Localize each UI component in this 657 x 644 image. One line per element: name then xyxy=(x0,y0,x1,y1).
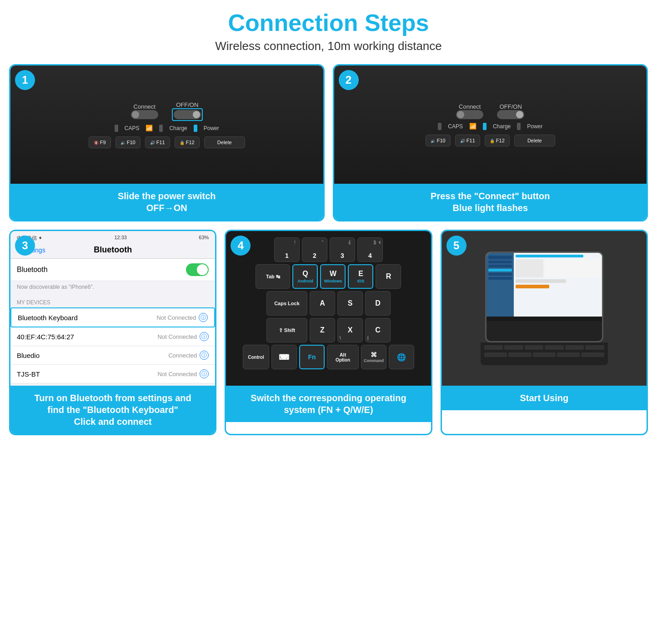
fn-key: Fn xyxy=(299,345,325,369)
step-2-number: 2 xyxy=(339,70,359,90)
step-5-caption: Start Using xyxy=(442,386,647,410)
step-1-delete-key: Delete xyxy=(204,136,245,148)
content-row-4 xyxy=(516,285,549,288)
q-sub: Android xyxy=(297,279,313,283)
step-4-keyboard-layout: ! 1 " 2 £ 3 $ 4 € xyxy=(226,231,431,386)
r-label: R xyxy=(386,272,391,281)
step-1-power-label: Power xyxy=(204,125,219,131)
w-key: W Windows xyxy=(320,264,346,289)
num-2: 2 xyxy=(313,252,316,259)
step-5-card: 5 xyxy=(441,230,648,435)
control-key: Control xyxy=(243,345,269,369)
kb-preview-key-3 xyxy=(525,345,544,350)
a-key: A xyxy=(310,291,335,316)
c-pipe: | xyxy=(367,336,369,340)
kb-preview-key-1 xyxy=(484,345,503,350)
ios-device-status-3: Not Connected ⓘ xyxy=(158,369,209,378)
sym-exclaim: ! xyxy=(294,240,296,245)
step-5-caption-text: Start Using xyxy=(520,393,568,403)
step-1-offon-label: OFF/ON xyxy=(172,101,203,108)
kb-preview-key-10 xyxy=(557,352,580,357)
page-subtitle: Wireless connection, 10m working distanc… xyxy=(9,39,648,53)
step-3-caption-line1: Turn on Bluetooth from settings and xyxy=(35,393,191,403)
num-1: 1 xyxy=(285,252,289,259)
step-1-connect-thumb xyxy=(132,111,139,118)
ios-info-btn-2[interactable]: ⓘ xyxy=(200,351,209,360)
sym-euro: € xyxy=(379,240,381,245)
ios-bluetooth-toggle-row: Bluetooth xyxy=(10,259,215,281)
tablet-keyboard-base xyxy=(481,342,608,365)
globe-key: 🌐 xyxy=(389,345,414,369)
step-1-caption-line1: Slide the power switch xyxy=(118,191,216,201)
key-1: ! 1 xyxy=(274,237,300,262)
tab-label: Tab ↹ xyxy=(266,274,280,280)
ios-toggle-thumb xyxy=(197,264,208,275)
tablet-bezel-bottom xyxy=(486,317,602,321)
ios-device-row-2[interactable]: Bluedio Connected ⓘ xyxy=(10,346,215,365)
tablet-device xyxy=(485,252,603,342)
ios-device-status-2: Connected ⓘ xyxy=(168,351,209,360)
step-1-caption-line2: OFF→ON xyxy=(146,203,187,213)
step-2-power-label: Power xyxy=(527,123,542,130)
step-1-connect-label: Connect xyxy=(131,103,158,110)
step-1-fn-row: 🔇 F9 🔉 F10 🔊 F11 🔒 F12 Delete xyxy=(89,136,245,148)
alt-label: Alt xyxy=(340,352,346,357)
ios-info-btn-1[interactable]: ⓘ xyxy=(200,332,209,341)
kb-preview-key-8 xyxy=(508,352,531,357)
num-4: 4 xyxy=(368,252,372,259)
c-key: C | xyxy=(365,318,391,342)
option-label: Option xyxy=(336,357,350,362)
tablet-screen xyxy=(486,253,602,317)
content-row-1 xyxy=(516,255,583,257)
shift-key: ⇧ Shift xyxy=(266,318,307,342)
step-1-f12-key: 🔒 F12 xyxy=(175,136,200,148)
step-2-caption-line2: Blue light flashes xyxy=(452,203,528,213)
ios-info-btn-0[interactable]: ⓘ xyxy=(199,313,208,322)
num-3: 3 xyxy=(341,252,344,259)
e-sub: IOS xyxy=(357,279,365,283)
step-4-num-row: ! 1 " 2 £ 3 $ 4 € xyxy=(231,237,426,262)
ios-device-row-bluetooth-keyboard[interactable]: Bluetooth Keyboard Not Connected ⓘ xyxy=(10,307,215,327)
tablet-setup xyxy=(481,252,608,365)
step-4-caption: Switch the corresponding operating syste… xyxy=(226,386,431,422)
w-label: W xyxy=(330,270,336,278)
ios-device-status-1: Not Connected ⓘ xyxy=(158,332,209,341)
x-label: X xyxy=(348,326,353,334)
r-key: R xyxy=(376,264,401,289)
c-label: C xyxy=(375,326,381,334)
keyboard-keys-preview xyxy=(481,342,608,352)
step-1-caps-label: CAPS xyxy=(125,125,140,131)
step-2-charge-label: Charge xyxy=(493,123,511,130)
ios-device-status-0: Not Connected ⓘ xyxy=(157,313,208,322)
step-2-caps-dot xyxy=(438,123,441,130)
step-4-caption-line2: system (FN + Q/W/E) xyxy=(284,405,373,415)
ios-battery: 63% xyxy=(199,235,209,241)
step-3-caption-line2: find the "Bluetooth Keyboard" xyxy=(47,405,178,415)
step-1-offon-thumb xyxy=(193,111,200,118)
step-1-switch-row: Connect OFF/ON xyxy=(131,101,203,121)
step-2-caption-line1: Press the "Connect" button xyxy=(431,191,550,201)
q-label: Q xyxy=(302,270,308,278)
step-2-delete-key: Delete xyxy=(514,135,555,146)
e-key: E IOS xyxy=(348,264,373,289)
step-2-connect-thumb xyxy=(457,111,464,118)
command-key: ⌘ Command xyxy=(361,345,386,369)
step-2-connect-switch xyxy=(456,110,483,119)
control-label: Control xyxy=(248,355,264,360)
step-4-zxc-row: ⇧ Shift Z X \ C | xyxy=(231,318,426,342)
step-5-number: 5 xyxy=(446,236,466,256)
s-key: S xyxy=(337,291,363,316)
d-label: D xyxy=(375,299,381,307)
ios-device-name-3: TJS-BT xyxy=(17,370,40,378)
step-2-offon-switch xyxy=(497,110,524,119)
ios-bluetooth-toggle[interactable] xyxy=(186,263,209,276)
step-1-f10-key: 🔉 F10 xyxy=(115,136,140,148)
ios-device-row-3[interactable]: TJS-BT Not Connected ⓘ xyxy=(10,365,215,383)
key-2: " 2 xyxy=(302,237,327,262)
alt-option-key: Alt Option xyxy=(327,345,359,369)
sym-dollar: $ xyxy=(373,240,376,245)
content-block-1 xyxy=(516,259,543,277)
ios-info-btn-3[interactable]: ⓘ xyxy=(200,369,209,378)
step-1-caption: Slide the power switch OFF→ON xyxy=(10,184,323,220)
ios-device-row-1[interactable]: 40:EF:4C:75:64:27 Not Connected ⓘ xyxy=(10,327,215,346)
